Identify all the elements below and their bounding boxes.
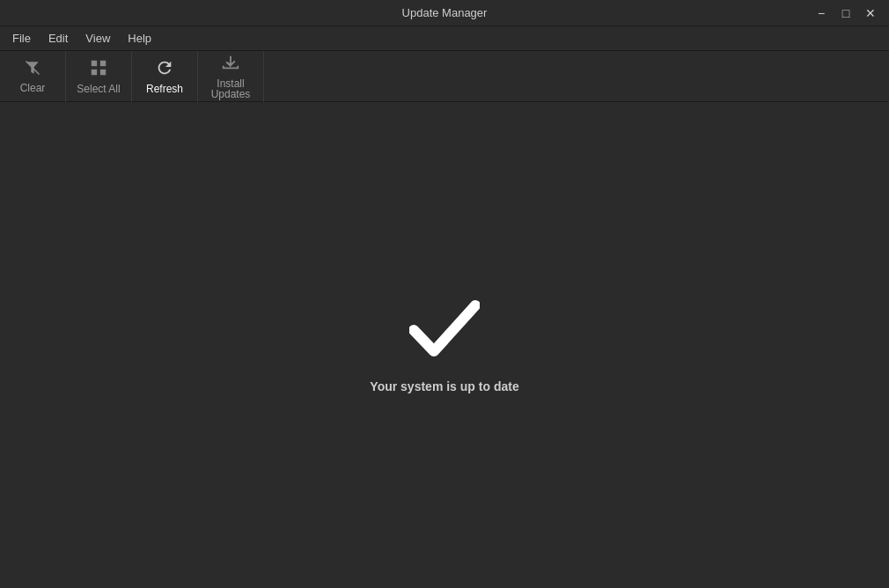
menu-bar: File Edit View Help [0, 26, 889, 51]
install-updates-label: Install Updates [205, 78, 256, 99]
menu-file[interactable]: File [4, 28, 40, 48]
main-content: Your system is up to date [0, 102, 889, 588]
install-updates-icon [221, 53, 240, 75]
svg-rect-1 [92, 61, 97, 66]
close-button[interactable]: ✕ [859, 4, 882, 22]
status-message: Your system is up to date [370, 379, 518, 393]
maximize-button[interactable]: □ [834, 4, 857, 22]
checkmark-icon [409, 297, 480, 362]
select-all-label: Select All [77, 84, 120, 94]
minimize-button[interactable]: − [810, 4, 833, 22]
select-all-icon [89, 58, 108, 80]
refresh-label: Refresh [146, 84, 183, 94]
svg-rect-4 [100, 70, 106, 75]
svg-rect-3 [92, 70, 97, 75]
refresh-icon [155, 58, 174, 80]
refresh-button[interactable]: Refresh [132, 51, 198, 102]
window-controls: − □ ✕ [591, 4, 882, 22]
title-bar: Update Manager − □ ✕ [0, 0, 889, 26]
menu-help[interactable]: Help [119, 28, 160, 48]
clear-label: Clear [20, 83, 46, 93]
window-title: Update Manager [298, 6, 590, 19]
svg-rect-2 [100, 61, 106, 66]
menu-edit[interactable]: Edit [40, 28, 77, 48]
select-all-button[interactable]: Select All [66, 51, 132, 102]
clear-button[interactable]: Clear [0, 51, 66, 102]
install-updates-button[interactable]: Install Updates [198, 51, 264, 102]
toolbar: Clear Select All Refresh Install [0, 51, 889, 102]
clear-icon [24, 59, 41, 79]
menu-view[interactable]: View [77, 28, 119, 48]
